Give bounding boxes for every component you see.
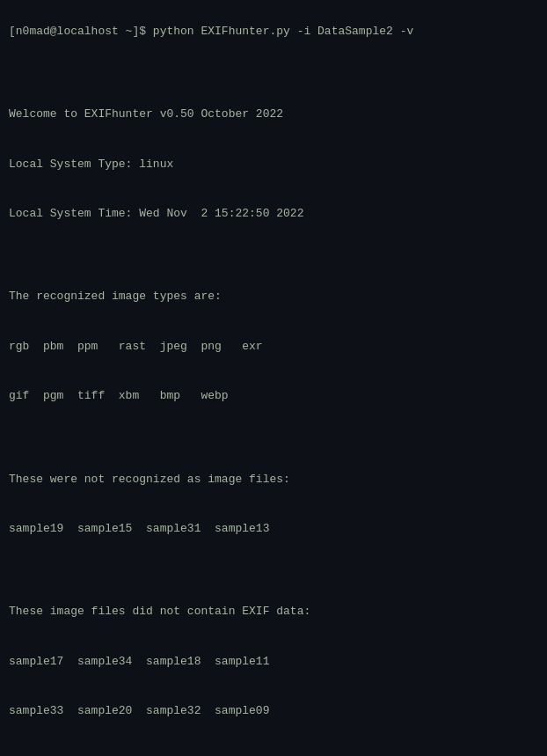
recognized-header: The recognized image types are: <box>9 290 222 303</box>
not-recognized-header: These were not recognized as image files… <box>9 473 290 486</box>
no-exif-header: These image files did not contain EXIF d… <box>9 605 310 618</box>
not-recognized-files: sample19 sample15 sample31 sample13 <box>9 522 269 535</box>
terminal-output: [n0mad@localhost ~]$ python EXIFhunter.p… <box>9 7 538 756</box>
welcome-line: Welcome to EXIFhunter v0.50 October 2022 <box>9 107 283 121</box>
recognized-types-1: rgb pbm ppm rast jpeg png exr <box>9 340 263 353</box>
no-exif-files-2: sample33 sample20 sample32 sample09 <box>9 704 269 717</box>
system-type: Local System Type: linux <box>9 158 173 171</box>
no-exif-files-1: sample17 sample34 sample18 sample11 <box>9 655 269 668</box>
recognized-types-2: gif pgm tiff xbm bmp webp <box>9 389 229 402</box>
command-line: [n0mad@localhost ~]$ python EXIFhunter.p… <box>9 25 413 38</box>
system-time: Local System Time: Wed Nov 2 15:22:50 20… <box>9 207 303 220</box>
